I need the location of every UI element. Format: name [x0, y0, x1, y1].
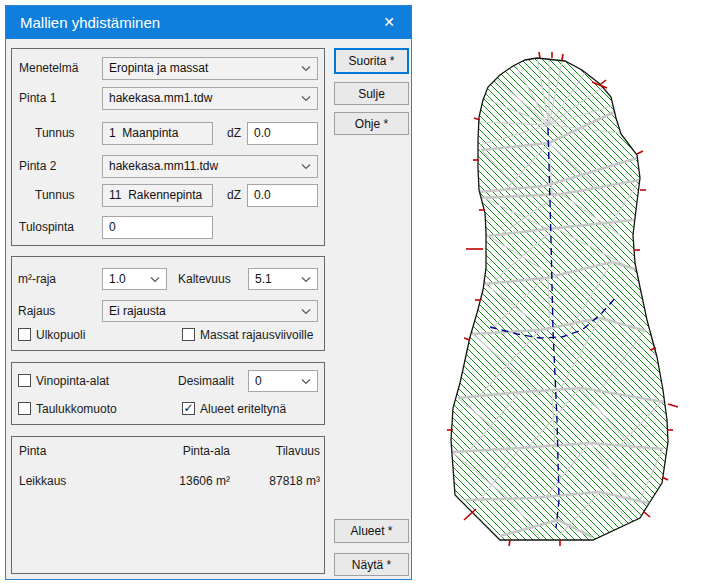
close-button[interactable]: ✕ — [367, 6, 411, 39]
chevron-down-icon — [301, 164, 311, 170]
vinopinta-label: Vinopinta-alat — [36, 374, 109, 388]
tunnus1-label: Tunnus — [35, 122, 75, 145]
alueet-eriteltyna-label: Alueet eriteltynä — [200, 402, 286, 416]
kaltevuus-value: 5.1 — [255, 272, 272, 286]
result-cell: Leikkaus — [19, 474, 139, 488]
result-row: Leikkaus13606 m²87818 m³ — [19, 474, 320, 488]
chevron-down-icon — [150, 277, 160, 283]
tulospinta-input[interactable]: 0 — [102, 216, 213, 239]
menetelma-value: Eropinta ja massat — [109, 61, 208, 75]
kaltevuus-label: Kaltevuus — [178, 268, 231, 291]
pinta2-select[interactable]: hakekasa.mm11.tdw — [102, 155, 318, 178]
vinopinta-checkbox[interactable] — [18, 374, 31, 387]
desimaalit-select[interactable]: 0 — [248, 370, 318, 392]
close-icon: ✕ — [383, 14, 395, 30]
alueet-button[interactable]: Alueet * — [334, 519, 409, 543]
taulukko-label: Taulukkomuoto — [36, 402, 117, 416]
chevron-down-icon — [301, 277, 311, 283]
titlebar[interactable]: Mallien yhdistäminen ✕ — [6, 6, 411, 39]
menetelma-label: Menetelmä — [19, 57, 78, 80]
kaltevuus-select[interactable]: 5.1 — [248, 268, 318, 290]
chevron-down-icon — [301, 66, 311, 72]
m2raja-label: m²-raja — [18, 268, 56, 291]
ulkopuoli-checkbox[interactable] — [18, 328, 31, 341]
result-cell: 13606 m² — [139, 474, 230, 488]
ohje-button[interactable]: Ohje * — [334, 112, 409, 135]
massat-label: Massat rajausviivoille — [200, 328, 313, 342]
chevron-down-icon — [301, 96, 311, 102]
results-header: Pinta Pinta-ala Tilavuus — [19, 444, 320, 458]
tunnus2-field[interactable]: 11 Rakennepinta — [102, 184, 213, 207]
tunnus1-field[interactable]: 1 Maanpinta — [102, 122, 213, 145]
rajaus-value: Ei rajausta — [109, 304, 166, 318]
pinta1-label: Pinta 1 — [19, 87, 56, 110]
window-title: Mallien yhdistäminen — [20, 6, 160, 39]
dialog-mallien-yhdistaminen: Mallien yhdistäminen ✕ Menetelmä Eropint… — [5, 5, 412, 580]
result-cell: 87818 m³ — [230, 474, 320, 488]
nayta-button[interactable]: Näytä * — [334, 553, 409, 576]
tulospinta-label: Tulospinta — [19, 216, 74, 239]
pinta1-value: hakekasa.mm1.tdw — [109, 91, 212, 105]
sulje-button[interactable]: Sulje — [334, 82, 409, 105]
suorita-button[interactable]: Suorita * — [334, 48, 409, 74]
pinta1-select[interactable]: hakekasa.mm1.tdw — [102, 87, 318, 110]
group-results: Pinta Pinta-ala Tilavuus Leikkaus13606 m… — [11, 436, 325, 574]
chevron-down-icon — [301, 309, 311, 315]
results-header-pinta-ala: Pinta-ala — [139, 444, 230, 458]
massat-checkbox[interactable] — [182, 328, 195, 341]
rajaus-label: Rajaus — [18, 300, 55, 323]
taulukko-checkbox[interactable] — [18, 402, 31, 415]
m2raja-value: 1.0 — [109, 272, 126, 286]
tunnus2-label: Tunnus — [35, 184, 75, 207]
dz2-input[interactable]: 0.0 — [247, 184, 318, 207]
dz1-input[interactable]: 0.0 — [247, 122, 318, 145]
chevron-down-icon — [301, 379, 311, 385]
results-header-tilavuus: Tilavuus — [230, 444, 320, 458]
menetelma-select[interactable]: Eropinta ja massat — [102, 57, 318, 80]
m2raja-select[interactable]: 1.0 — [102, 268, 167, 290]
alueet-eriteltyna-checkbox[interactable] — [182, 402, 195, 415]
results-header-pinta: Pinta — [19, 444, 139, 458]
results-rows: Leikkaus13606 m²87818 m³ — [19, 474, 320, 504]
dz2-label: dZ — [227, 184, 241, 207]
ulkopuoli-label: Ulkopuoli — [36, 328, 85, 342]
dz1-label: dZ — [227, 122, 241, 145]
desimaalit-label: Desimaalit — [178, 370, 234, 392]
pinta2-label: Pinta 2 — [19, 155, 56, 178]
rajaus-select[interactable]: Ei rajausta — [102, 300, 318, 322]
pinta2-value: hakekasa.mm11.tdw — [109, 159, 218, 173]
desimaalit-value: 0 — [255, 374, 262, 388]
